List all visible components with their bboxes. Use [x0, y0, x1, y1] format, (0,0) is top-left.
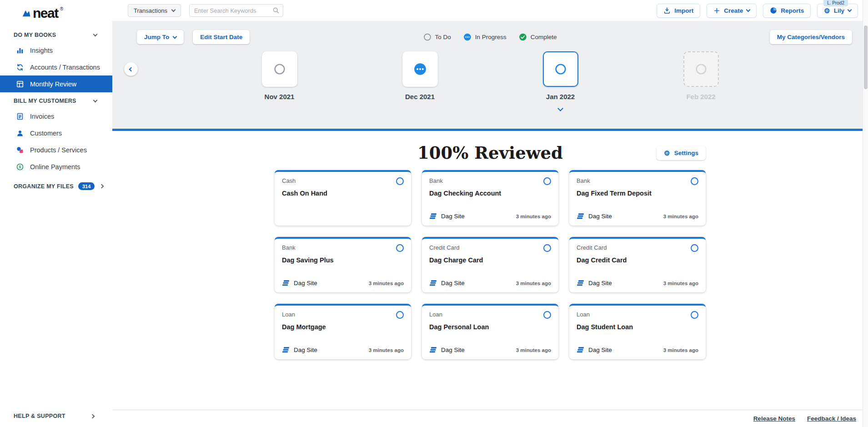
month-card[interactable] — [402, 51, 438, 87]
month-card-selected[interactable] — [543, 51, 578, 87]
todo-circle-icon — [555, 63, 567, 75]
scope-select[interactable]: Transactions — [128, 4, 181, 17]
account-source-label: Dag Site — [441, 347, 465, 353]
account-card[interactable]: Bank Dag Saving Plus Dag Site 3 minutes … — [275, 237, 411, 292]
account-name: Dag Credit Card — [577, 256, 698, 264]
account-source: Dag Site — [429, 212, 465, 220]
chevron-down-icon — [173, 34, 177, 39]
sidebar-item-insights[interactable]: Insights — [0, 42, 112, 59]
bank-icon — [577, 346, 584, 354]
expand-month-button[interactable] — [558, 104, 562, 112]
review-radio[interactable] — [396, 311, 404, 319]
month-nov-2021[interactable]: Nov 2021 — [262, 51, 297, 112]
sidebar-item-accounts-transactions[interactable]: Accounts / Transactions — [0, 59, 112, 75]
section-bill-my-customers[interactable]: BILL MY CUSTOMERS — [0, 92, 112, 108]
import-label: Import — [674, 7, 693, 14]
review-radio[interactable] — [396, 244, 404, 252]
account-source-label: Dag Site — [588, 347, 612, 353]
month-card-disabled — [683, 51, 719, 87]
review-radio[interactable] — [543, 244, 551, 252]
shapes-icon — [15, 146, 25, 155]
sidebar-item-invoices[interactable]: Invoices — [0, 108, 112, 125]
review-radio[interactable] — [396, 177, 404, 185]
edit-start-date-label: Edit Start Date — [200, 34, 242, 40]
review-radio[interactable] — [691, 244, 698, 252]
search-box — [189, 4, 283, 17]
timeline-controls: Jump To Edit Start Date To Do — [112, 30, 868, 44]
account-type-label: Cash — [282, 177, 296, 184]
account-source-label: Dag Site — [588, 280, 612, 286]
create-button[interactable]: Create — [707, 4, 757, 18]
in-progress-dots-icon — [414, 63, 426, 75]
legend-complete[interactable]: Complete — [519, 33, 557, 41]
account-card-foot: Dag Site 3 minutes ago — [577, 279, 698, 287]
legend-in-progress[interactable]: In Progress — [464, 33, 507, 41]
jump-to-button[interactable]: Jump To — [137, 30, 184, 44]
my-categories-vendors-label: My Categories/Vendors — [777, 34, 845, 40]
account-name: Dag Checking Account — [429, 190, 551, 197]
account-card-foot: Dag Site 3 minutes ago — [282, 279, 404, 287]
nav-bill-my-customers: Invoices Customers Products / Services $… — [0, 108, 112, 175]
account-card[interactable]: Loan Dag Mortgage Dag Site 3 minutes ago — [275, 304, 411, 359]
my-categories-vendors-button[interactable]: My Categories/Vendors — [770, 30, 852, 44]
search-icon[interactable] — [272, 7, 280, 14]
topbar: Transactions Import — [112, 0, 868, 21]
account-source-label: Dag Site — [294, 347, 317, 353]
review-panel-inner: 100% Reviewed ⚙ Settings Cash Cash On Ha… — [275, 143, 706, 359]
sidebar-item-help-support[interactable]: HELP & SUPPORT — [0, 405, 112, 427]
review-radio[interactable] — [543, 311, 551, 319]
month-timeline: Nov 2021 Dec 2021 — [112, 51, 868, 112]
sidebar: neat ® DO MY BOOKS Insights Accounts / T… — [0, 0, 112, 427]
settings-button[interactable]: ⚙ Settings — [657, 146, 706, 160]
review-panel: 100% Reviewed ⚙ Settings Cash Cash On Ha… — [112, 131, 868, 410]
account-card[interactable]: Credit Card Dag Charge Card Dag Site 3 m… — [422, 237, 558, 292]
chevron-down-icon — [93, 32, 98, 37]
account-card[interactable]: Bank Dag Fixed Term Deposit Dag Site 3 m… — [569, 170, 706, 226]
sidebar-item-monthly-review[interactable]: Monthly Review — [0, 75, 112, 92]
previous-months-button[interactable] — [124, 62, 138, 76]
account-card-head: Bank — [282, 244, 404, 252]
feedback-ideas-link[interactable]: Feedback / Ideas — [807, 415, 856, 422]
sidebar-item-organize-my-files[interactable]: ORGANIZE MY FILES 314 — [0, 175, 112, 195]
account-card[interactable]: Bank Dag Checking Account Dag Site 3 min… — [422, 170, 558, 226]
account-source: Dag Site — [282, 279, 317, 287]
section-do-my-books[interactable]: DO MY BOOKS — [0, 26, 112, 42]
page-scrollbar[interactable] — [863, 0, 868, 427]
account-name: Dag Fixed Term Deposit — [577, 190, 698, 197]
complete-check-icon — [519, 33, 527, 41]
account-cards-grid: Cash Cash On Hand Bank Dag Checking Acco… — [275, 170, 706, 359]
sidebar-item-label: Products / Services — [30, 146, 87, 154]
scrollbar-thumb[interactable] — [864, 25, 868, 89]
account-updated-label: 3 minutes ago — [516, 281, 551, 286]
account-updated-label: 3 minutes ago — [369, 347, 404, 353]
legend-to-do[interactable]: To Do — [423, 33, 451, 41]
bank-icon — [429, 212, 437, 220]
reports-button[interactable]: Reports — [763, 4, 811, 18]
account-card[interactable]: Cash Cash On Hand — [275, 170, 411, 226]
gear-icon: ⚙ — [664, 150, 670, 156]
review-radio[interactable] — [691, 311, 698, 319]
chevron-down-icon — [557, 105, 563, 111]
help-support-label: HELP & SUPPORT — [14, 413, 65, 419]
bank-icon — [282, 279, 290, 287]
edit-start-date-button[interactable]: Edit Start Date — [193, 30, 250, 44]
sidebar-item-online-payments[interactable]: $ Online Payments — [0, 158, 112, 175]
neat-logo[interactable]: neat ® — [0, 0, 112, 26]
sidebar-item-products-services[interactable]: Products / Services — [0, 141, 112, 158]
month-dec-2021[interactable]: Dec 2021 — [402, 51, 438, 112]
account-updated-label: 3 minutes ago — [516, 214, 551, 219]
sidebar-item-customers[interactable]: Customers — [0, 125, 112, 141]
account-card[interactable]: Credit Card Dag Credit Card Dag Site 3 m… — [569, 237, 706, 292]
in-progress-dots-icon — [464, 33, 472, 41]
account-card-head: Cash — [282, 177, 404, 185]
month-card[interactable] — [262, 51, 297, 87]
search-input[interactable] — [189, 4, 283, 17]
account-card[interactable]: Loan Dag Student Loan Dag Site 3 minutes… — [569, 304, 706, 359]
review-radio[interactable] — [691, 177, 698, 185]
import-button[interactable]: Import — [657, 4, 700, 18]
account-card[interactable]: Loan Dag Personal Loan Dag Site 3 minute… — [422, 304, 558, 359]
review-radio[interactable] — [543, 177, 551, 185]
month-label: Nov 2021 — [265, 93, 295, 100]
release-notes-link[interactable]: Release Notes — [753, 415, 795, 422]
month-jan-2022[interactable]: Jan 2022 — [543, 51, 578, 112]
